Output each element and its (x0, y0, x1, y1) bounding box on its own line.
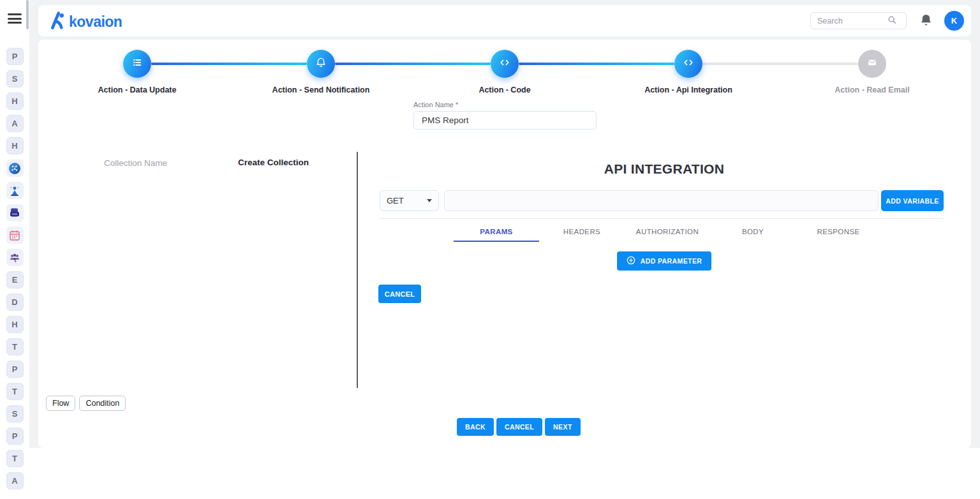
rail-item-letter[interactable]: T (6, 450, 24, 467)
plus-circle-icon (627, 256, 635, 266)
code-icon (682, 56, 695, 71)
request-row: GET ADD VARIABLE (380, 190, 944, 211)
code-icon (498, 56, 511, 71)
rail-item-letter[interactable]: T (6, 338, 24, 355)
rail-item-letter[interactable]: P (6, 48, 24, 65)
step-label: Action - Data Update (45, 86, 229, 94)
team-icon[interactable] (6, 249, 24, 266)
step-send-notification: Action - Send Notification (229, 50, 413, 94)
chevron-down-icon (427, 199, 432, 202)
left-rail: P S H A H E D H T P T S P T A (0, 0, 29, 499)
rail-item-letter[interactable]: E (6, 271, 24, 288)
next-button[interactable]: NEXT (545, 418, 581, 436)
api-integration-panel: API INTEGRATION GET ADD VARIABLE PARAMS … (357, 152, 971, 177)
tab-headers[interactable]: HEADERS (539, 225, 625, 242)
presenter-icon[interactable] (6, 182, 24, 199)
http-method-value: GET (387, 196, 404, 205)
add-parameter-label: ADD PARAMETER (641, 257, 702, 265)
rail-item-letter[interactable]: H (6, 93, 24, 110)
rail-item-letter[interactable]: P (6, 428, 24, 445)
api-integration-title: API INTEGRATION (357, 161, 971, 177)
step-circle-api-integration[interactable] (674, 50, 702, 78)
step-circle-send-notification[interactable] (307, 50, 335, 78)
rail-item-letter[interactable]: S (6, 405, 24, 422)
action-name-field: Action Name * (413, 101, 597, 130)
rail-item-letter[interactable]: S (6, 70, 24, 87)
bell-icon (315, 56, 327, 71)
tab-body[interactable]: BODY (710, 225, 796, 242)
calendar-icon[interactable] (6, 227, 24, 244)
action-name-label: Action Name * (413, 101, 597, 108)
back-button[interactable]: BACK (457, 418, 494, 436)
top-header-bar: kovaion K (38, 5, 971, 36)
rail-item-letter[interactable]: D (6, 294, 24, 311)
flow-condition-toggle: Flow Condition (46, 396, 126, 411)
search-input[interactable] (817, 17, 887, 26)
api-cancel-button[interactable]: CANCEL (378, 285, 421, 303)
step-data-update: Action - Data Update (45, 50, 229, 94)
rail-item-letter[interactable]: T (6, 383, 24, 400)
step-api-integration: Action - Api Integration (597, 50, 780, 94)
request-url-input[interactable] (444, 190, 879, 211)
hamburger-menu-icon[interactable] (8, 13, 22, 24)
notification-bell-icon[interactable] (920, 13, 932, 29)
create-collection-button[interactable]: Create Collection (238, 158, 309, 167)
condition-button[interactable]: Condition (79, 396, 126, 411)
rail-item-letter[interactable]: H (6, 316, 24, 333)
globe-icon[interactable] (6, 160, 24, 177)
flow-button[interactable]: Flow (46, 396, 75, 411)
search-icon[interactable] (887, 15, 896, 27)
action-name-input[interactable] (413, 111, 597, 130)
rail-item-letter[interactable]: H (6, 137, 24, 154)
rail-item-letter[interactable]: A (6, 472, 24, 489)
kovaion-logo[interactable]: kovaion (48, 10, 122, 33)
rail-scrollbar-thumb[interactable] (26, 0, 29, 29)
step-code: Action - Code (413, 50, 597, 94)
rail-item-list: P S H A H E D H T P T S P T A (0, 48, 29, 489)
step-circle-read-email[interactable] (858, 50, 886, 78)
document-icon[interactable] (6, 204, 24, 221)
tab-response[interactable]: RESPONSE (796, 225, 881, 242)
step-label: Action - Api Integration (597, 86, 780, 94)
user-avatar[interactable]: K (944, 11, 964, 31)
email-icon (866, 56, 879, 71)
search-box (810, 12, 907, 29)
collection-name-header: Collection Name (104, 158, 167, 168)
kovaion-logo-icon (48, 10, 66, 33)
step-circle-data-update[interactable] (123, 50, 151, 78)
add-parameter-button[interactable]: ADD PARAMETER (617, 251, 712, 271)
list-icon (131, 56, 144, 71)
step-label: Action - Read Email (780, 86, 964, 94)
step-label: Action - Send Notification (229, 86, 413, 94)
wizard-footer-buttons: BACK CANCEL NEXT (457, 418, 581, 436)
tab-params[interactable]: PARAMS (454, 225, 539, 242)
kovaion-logo-text: kovaion (69, 13, 122, 31)
http-method-select[interactable]: GET (380, 190, 439, 211)
step-read-email: Action - Read Email (780, 50, 964, 94)
footer-cancel-button[interactable]: CANCEL (496, 418, 542, 436)
request-tabs: PARAMS HEADERS AUTHORIZATION BODY RESPON… (454, 225, 881, 242)
step-label: Action - Code (413, 86, 597, 94)
add-variable-button[interactable]: ADD VARIABLE (881, 190, 944, 211)
main-content-card: Action - Data Update Action - Send Notif… (38, 40, 971, 448)
rail-item-letter[interactable]: P (6, 361, 24, 378)
request-divider (380, 218, 944, 219)
step-circle-code[interactable] (491, 50, 519, 78)
add-parameter-row: ADD PARAMETER (357, 251, 971, 271)
rail-item-letter[interactable]: A (6, 115, 24, 132)
tab-authorization[interactable]: AUTHORIZATION (625, 225, 710, 242)
